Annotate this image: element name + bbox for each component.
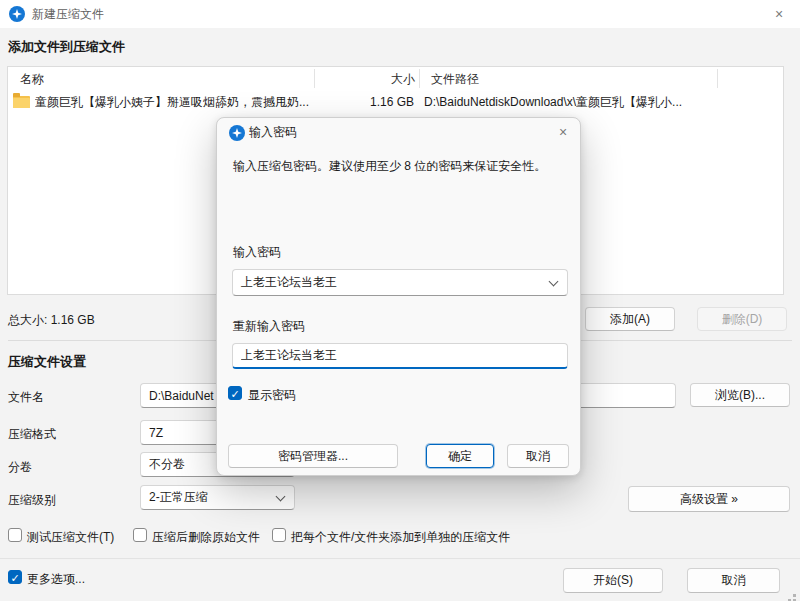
- volume-value: 不分卷: [149, 456, 185, 473]
- dialog-close-icon[interactable]: ×: [546, 118, 580, 146]
- delete-original-label[interactable]: 压缩后删除原始文件: [152, 529, 260, 546]
- advanced-settings-button[interactable]: 高级设置 »: [628, 486, 790, 512]
- cancel-button[interactable]: 取消: [687, 568, 780, 593]
- ok-button[interactable]: 确定: [426, 444, 494, 468]
- window-title: 新建压缩文件: [32, 0, 104, 28]
- dialog-description: 输入压缩包密码。建议使用至少 8 位的密码来保证安全性。: [233, 158, 567, 175]
- dialog-logo-icon: [229, 125, 245, 141]
- delete-original-checkbox[interactable]: [133, 528, 147, 542]
- password-manager-button[interactable]: 密码管理器...: [228, 444, 398, 468]
- password-value: 上老王论坛当老王: [241, 274, 337, 291]
- show-password-checkbox[interactable]: ✓: [228, 386, 242, 400]
- file-name-cell: 童颜巨乳【爆乳小姨子】掰逼吸烟舔奶，震撼甩奶...: [35, 92, 309, 112]
- confirm-password-label: 重新输入密码: [233, 318, 305, 335]
- dialog-cancel-button[interactable]: 取消: [507, 444, 569, 468]
- add-button[interactable]: 添加(A): [585, 307, 675, 331]
- level-label: 压缩级别: [8, 492, 56, 509]
- column-header-size[interactable]: 大小: [321, 69, 421, 89]
- resize-grip[interactable]: [793, 594, 796, 597]
- column-divider[interactable]: [419, 69, 420, 88]
- app-logo-icon: [9, 6, 25, 22]
- dialog-title: 输入密码: [249, 118, 297, 146]
- browse-button[interactable]: 浏览(B)...: [690, 383, 790, 407]
- show-password-label[interactable]: 显示密码: [248, 387, 296, 404]
- column-divider[interactable]: [717, 69, 718, 88]
- chevron-down-icon: [549, 276, 559, 286]
- chevron-down-icon: [276, 491, 286, 501]
- column-header-path[interactable]: 文件路径: [431, 69, 479, 89]
- format-label: 压缩格式: [8, 426, 56, 443]
- separate-archives-checkbox[interactable]: [272, 528, 286, 542]
- separate-archives-label[interactable]: 把每个文件/文件夹添加到单独的压缩文件: [291, 529, 510, 546]
- password-label: 输入密码: [233, 244, 281, 261]
- level-select[interactable]: 2-正常压缩: [140, 485, 295, 510]
- start-button[interactable]: 开始(S): [563, 568, 663, 593]
- more-options-checkbox[interactable]: ✓: [8, 570, 22, 584]
- delete-button: 删除(D): [697, 307, 787, 331]
- section-settings-title: 压缩文件设置: [8, 353, 86, 371]
- password-combobox[interactable]: 上老王论坛当老王: [232, 269, 568, 296]
- table-row[interactable]: 童颜巨乳【爆乳小姨子】掰逼吸烟舔奶，震撼甩奶... 1.16 GB D:\Bai…: [8, 92, 783, 112]
- column-divider[interactable]: [314, 69, 315, 88]
- level-value: 2-正常压缩: [149, 489, 208, 506]
- confirm-password-input[interactable]: [232, 343, 568, 369]
- total-size-label: 总大小: 1.16 GB: [8, 312, 95, 329]
- folder-icon: [13, 96, 30, 108]
- filename-label: 文件名: [8, 389, 44, 406]
- column-header-name[interactable]: 名称: [20, 69, 44, 89]
- file-path-cell: D:\BaiduNetdiskDownload\x\童颜巨乳【爆乳小...: [424, 92, 682, 112]
- format-value: 7Z: [149, 426, 163, 440]
- file-size-cell: 1.16 GB: [321, 92, 414, 112]
- bottom-bar: ✓ 更多选项... 开始(S) 取消: [0, 558, 800, 601]
- test-archive-checkbox[interactable]: [8, 528, 22, 542]
- password-dialog: 输入密码 × 输入压缩包密码。建议使用至少 8 位的密码来保证安全性。 输入密码…: [216, 117, 581, 476]
- volume-label: 分卷: [8, 459, 32, 476]
- app-window: 新建压缩文件 × 添加文件到压缩文件 名称 大小 文件路径 童颜巨乳【爆乳小姨子…: [0, 0, 800, 601]
- more-options-label[interactable]: 更多选项...: [27, 571, 85, 588]
- title-bar: 新建压缩文件 ×: [0, 0, 800, 28]
- window-close-icon[interactable]: ×: [758, 0, 800, 28]
- test-archive-label[interactable]: 测试压缩文件(T): [27, 529, 114, 546]
- section-add-files-title: 添加文件到压缩文件: [8, 38, 125, 56]
